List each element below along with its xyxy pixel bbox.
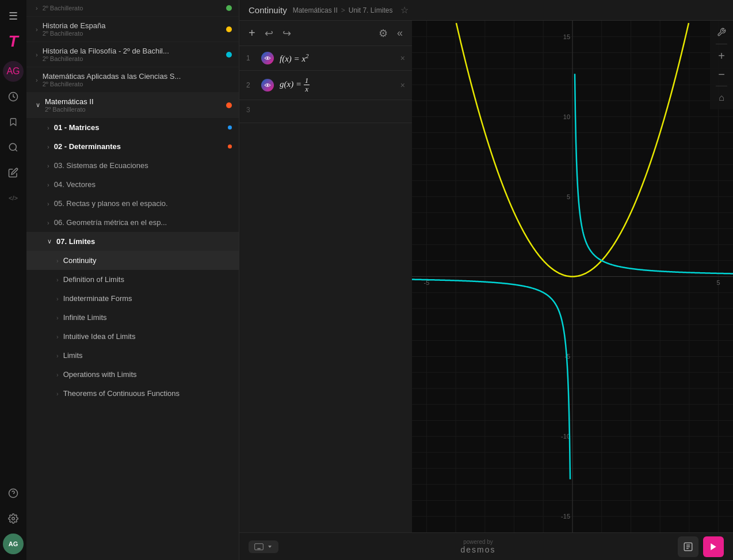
chevron-down-icon: ∨ <box>36 101 40 109</box>
lesson-item-indeterminate[interactable]: › Indeterminate Forms <box>26 289 239 308</box>
chevron-right-icon: › <box>47 162 49 169</box>
chapter-dot <box>228 144 232 148</box>
keyboard-button[interactable] <box>249 540 278 553</box>
graph-area[interactable]: + − ⌂ <box>412 21 733 532</box>
collapse-button[interactable]: « <box>395 26 405 40</box>
chevron-right-icon: › <box>36 51 38 58</box>
svg-point-5 <box>12 517 15 520</box>
lesson-item-operations[interactable]: › Operations with Limits <box>26 365 239 384</box>
transcript-button[interactable] <box>678 536 698 557</box>
chevron-right-icon: › <box>56 371 59 378</box>
content-area: + ↩ ↪ ⚙ « 1 f(x) = x2 × 2 <box>239 21 733 532</box>
lesson-item-theorems[interactable]: › Theorems of Continuous Functions <box>26 384 239 403</box>
formula-text-2: g(x) = 1x <box>280 77 395 94</box>
svg-marker-18 <box>268 546 272 548</box>
chevron-right-icon: › <box>47 143 49 150</box>
top-bar: Continuity Matemáticas II > Unit 7. Lími… <box>239 0 733 21</box>
chevron-right-icon: › <box>56 276 59 283</box>
chapter-item-05[interactable]: › 05. Rectas y planos en el espacio. <box>26 194 239 213</box>
formula-toolbar: + ↩ ↪ ⚙ « <box>239 21 412 46</box>
search-icon[interactable] <box>3 137 24 158</box>
chevron-right-icon: › <box>47 181 49 188</box>
undo-button[interactable]: ↩ <box>262 26 276 41</box>
desmos-logo: desmos <box>460 545 495 554</box>
chevron-right-icon: › <box>56 295 59 302</box>
status-dot <box>226 26 232 32</box>
svg-marker-23 <box>711 543 716 550</box>
zoom-in-icon[interactable]: + <box>713 48 730 64</box>
breadcrumb-unit[interactable]: Unit 7. Límites <box>349 6 393 14</box>
course-title: Historia de la Filosofía - 2º de Bachil.… <box>43 47 226 62</box>
formula-number: 2 <box>246 81 255 89</box>
app-logo: T <box>3 31 24 52</box>
course-item-mat2[interactable]: ∨ Matemáticas II 2º Bachillerato <box>26 93 239 118</box>
chapter-item-02[interactable]: › 02 - Determinantes <box>26 137 239 156</box>
svg-point-7 <box>267 84 269 86</box>
course-title: Historia de España 2º Bachillerato <box>43 21 226 37</box>
course-item-historia-espana[interactable]: › Historia de España 2º Bachillerato <box>26 17 239 42</box>
next-button[interactable] <box>703 536 724 557</box>
redo-button[interactable]: ↪ <box>280 26 293 41</box>
chapter-dot <box>228 125 232 129</box>
course-title: Matemáticas II 2º Bachillerato <box>45 97 226 113</box>
chevron-right-icon: › <box>56 352 59 359</box>
lesson-item-infinite-limits[interactable]: › Infinite Limits <box>26 308 239 327</box>
chapter-item-04[interactable]: › 04. Vectores <box>26 175 239 194</box>
powered-by: powered by desmos <box>460 539 495 554</box>
status-dot <box>226 5 232 11</box>
course-title: Matemáticas Aplicadas a las Ciencias S..… <box>43 72 232 87</box>
chevron-right-icon: › <box>36 77 38 83</box>
chapter-item-03[interactable]: › 03. Sistemas de Ecuaciones <box>26 156 239 175</box>
add-formula-button[interactable]: + <box>246 25 258 41</box>
course-item[interactable]: › 2º Bachillerato <box>26 0 239 17</box>
course-panel: › 2º Bachillerato › Historia de España 2… <box>26 0 239 560</box>
formula-close-2[interactable]: × <box>400 81 405 90</box>
unit-07-header[interactable]: ∨ 07. Límites <box>26 232 239 251</box>
main-area: Continuity Matemáticas II > Unit 7. Lími… <box>239 0 733 560</box>
favorite-star-icon[interactable]: ☆ <box>400 5 409 16</box>
bookmark-icon[interactable] <box>3 112 24 132</box>
chapter-item-01[interactable]: › 01 - Matrices <box>26 118 239 137</box>
formula-input-panel: + ↩ ↪ ⚙ « 1 f(x) = x2 × 2 <box>239 21 412 532</box>
chapter-item-06[interactable]: › 06. Geometría métrica en el esp... <box>26 213 239 232</box>
lesson-item-continuity[interactable]: › Continuity <box>26 251 239 270</box>
lesson-item-limits[interactable]: › Limits <box>26 346 239 365</box>
svg-point-1 <box>9 143 16 150</box>
chevron-right-icon: › <box>56 333 59 340</box>
chevron-right-icon: › <box>56 390 59 397</box>
chevron-right-icon: › <box>47 219 49 226</box>
settings-button[interactable]: ⚙ <box>376 26 390 41</box>
edit-icon[interactable] <box>3 162 24 183</box>
chevron-right-icon: › <box>47 200 49 207</box>
course-item-mat-aplicadas[interactable]: › Matemáticas Aplicadas a las Ciencias S… <box>26 67 239 93</box>
status-dot <box>226 102 232 108</box>
bottom-bar: powered by desmos <box>239 532 733 560</box>
formula-number: 1 <box>246 54 255 62</box>
breadcrumb-subject[interactable]: Matemáticas II <box>293 6 338 14</box>
chevron-right-icon: › <box>56 314 59 321</box>
settings-icon[interactable] <box>3 508 24 529</box>
formula-icon-1 <box>261 52 274 64</box>
formula-row-1[interactable]: 1 f(x) = x2 × <box>239 46 412 71</box>
page-title: Continuity <box>249 5 287 15</box>
formula-row-2[interactable]: 2 g(x) = 1x × <box>239 71 412 100</box>
code-icon[interactable]: </> <box>3 188 24 208</box>
graph-settings-icon[interactable] <box>713 24 730 40</box>
lesson-item-definition-limits[interactable]: › Definition of Limits <box>26 270 239 289</box>
home-view-icon[interactable]: ⌂ <box>713 90 730 106</box>
lesson-item-intuitive[interactable]: › Intuitive Idea of Limits <box>26 327 239 346</box>
history-icon[interactable] <box>3 86 24 107</box>
profile-icon[interactable]: AG <box>3 61 24 82</box>
zoom-out-icon[interactable]: − <box>713 66 730 82</box>
formula-close-1[interactable]: × <box>400 54 405 63</box>
user-avatar[interactable]: AG <box>3 534 24 554</box>
formula-row-3[interactable]: 3 <box>239 100 412 123</box>
svg-line-2 <box>15 149 17 151</box>
chevron-right-icon: › <box>36 26 38 33</box>
breadcrumb: Matemáticas II > Unit 7. Límites <box>293 6 393 14</box>
course-item-historia-filosofia[interactable]: › Historia de la Filosofía - 2º de Bachi… <box>26 42 239 67</box>
unit-dot <box>228 239 232 243</box>
menu-button[interactable]: ☰ <box>3 6 24 26</box>
help-icon[interactable] <box>3 483 24 504</box>
chevron-right-icon: › <box>36 5 38 12</box>
